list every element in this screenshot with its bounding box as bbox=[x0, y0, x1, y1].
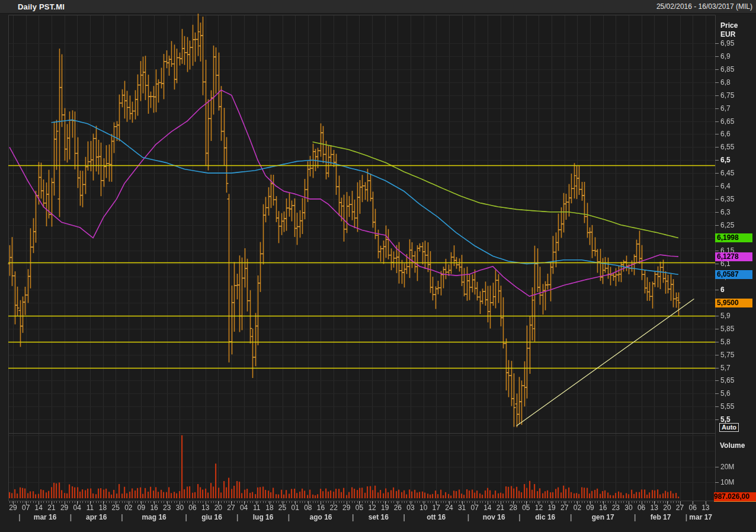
price-axis-header: Price EUR bbox=[720, 21, 738, 39]
price-axis-title: Price bbox=[720, 21, 738, 30]
volume-axis-header: Volume bbox=[720, 441, 745, 450]
chart-title: Daily PST.MI bbox=[0, 2, 65, 11]
chart-window: Daily PST.MI 25/02/2016 - 16/03/2017 (MI… bbox=[0, 0, 756, 532]
ma-magenta-value-badge: 6,1278 bbox=[715, 252, 752, 261]
ma-green-value-badge: 6,1998 bbox=[715, 233, 752, 242]
auto-scale-button[interactable]: Auto bbox=[719, 423, 739, 432]
ma-blue-value-badge: 6,0587 bbox=[715, 270, 752, 279]
price-chart-canvas[interactable] bbox=[0, 0, 756, 532]
chart-date-range: 25/02/2016 - 16/03/2017 (MIL) bbox=[656, 2, 756, 11]
price-axis-unit: EUR bbox=[720, 30, 738, 39]
last-price-badge: 5,9500 bbox=[715, 299, 752, 307]
last-volume-badge: 987.026,00 bbox=[714, 492, 756, 502]
titlebar: Daily PST.MI 25/02/2016 - 16/03/2017 (MI… bbox=[0, 0, 756, 14]
